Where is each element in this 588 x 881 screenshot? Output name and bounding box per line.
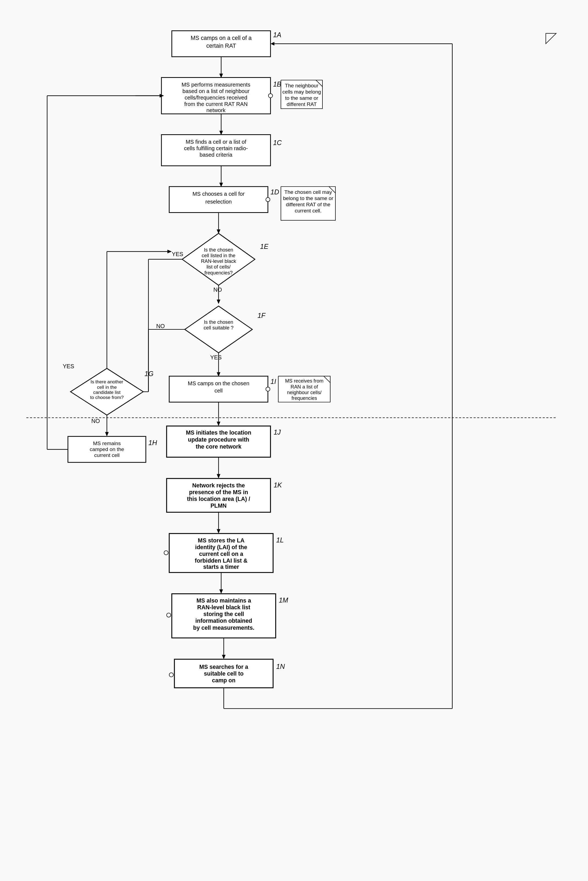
svg-text:MS initiates  the location: MS initiates the location: [186, 430, 251, 436]
svg-text:frequencies: frequencies: [291, 395, 317, 401]
svg-text:different RAT of the: different RAT of the: [286, 202, 330, 207]
svg-text:The chosen cell may: The chosen cell may: [284, 189, 332, 195]
flowchart-container: MS camps on a cell of a certain RAT 1A M…: [11, 11, 577, 874]
svg-text:NO: NO: [92, 418, 100, 424]
svg-text:certain RAT: certain RAT: [206, 43, 236, 49]
svg-text:the core network: the core network: [196, 443, 242, 449]
svg-text:based on a list of neighbour: based on a list of neighbour: [183, 88, 250, 94]
svg-text:cell listed in the: cell listed in the: [202, 253, 236, 258]
svg-text:1A: 1A: [273, 31, 282, 39]
svg-text:cell suitable ?: cell suitable ?: [204, 325, 234, 331]
svg-text:1D: 1D: [270, 188, 279, 196]
svg-text:MS receives from: MS receives from: [285, 378, 323, 384]
svg-text:this location area (LA) /: this location area (LA) /: [187, 496, 250, 502]
svg-text:camped on the: camped on the: [90, 446, 124, 452]
svg-text:starts a timer: starts a timer: [203, 564, 239, 570]
svg-text:current cell.: current cell.: [295, 208, 322, 214]
svg-text:Network rejects the: Network rejects the: [192, 482, 245, 489]
svg-text:cell in the: cell in the: [97, 384, 117, 390]
svg-text:network: network: [207, 107, 226, 113]
svg-text:Is there another: Is there another: [91, 379, 123, 384]
svg-text:1H: 1H: [148, 439, 158, 446]
svg-text:information obtained: information obtained: [195, 617, 252, 624]
svg-text:1E: 1E: [260, 243, 268, 250]
svg-text:current cell: current cell: [94, 452, 119, 458]
svg-point-33: [266, 198, 270, 202]
svg-text:YES: YES: [63, 363, 74, 369]
svg-text:MS also maintains a: MS also maintains a: [196, 598, 251, 604]
svg-text:different RAT: different RAT: [286, 101, 317, 107]
svg-text:YES: YES: [210, 354, 222, 360]
svg-point-109: [164, 551, 168, 555]
svg-text:RAN-level black: RAN-level black: [201, 258, 237, 264]
svg-text:1C: 1C: [273, 139, 282, 146]
svg-text:to choose from?: to choose from?: [90, 395, 123, 400]
svg-text:NO: NO: [213, 286, 222, 293]
svg-text:MS finds a cell or a list of: MS finds a cell or a list of: [186, 139, 246, 145]
svg-text:by cell measurements.: by cell measurements.: [193, 625, 254, 631]
svg-text:Is the chosen: Is the chosen: [204, 319, 233, 325]
svg-text:MS remains: MS remains: [93, 440, 121, 446]
svg-text:MS stores the LA: MS stores the LA: [198, 537, 244, 544]
svg-text:1N: 1N: [276, 663, 285, 670]
svg-point-19: [268, 94, 273, 97]
svg-text:MS chooses a cell for: MS chooses a cell for: [192, 191, 245, 197]
svg-text:MS camps on a cell of a: MS camps on a cell of a: [190, 35, 252, 41]
svg-text:suitable cell to: suitable cell to: [204, 670, 243, 677]
svg-text:1K: 1K: [274, 481, 282, 489]
svg-text:MS searches for a: MS searches for a: [199, 664, 248, 670]
svg-text:cell: cell: [214, 388, 222, 394]
svg-text:cells may belong: cells may belong: [282, 89, 321, 94]
svg-text:reselection: reselection: [206, 199, 232, 205]
page: MS camps on a cell of a certain RAT 1A M…: [0, 0, 588, 881]
svg-text:1B: 1B: [273, 80, 282, 88]
svg-text:MS performs measurements: MS performs measurements: [182, 82, 250, 88]
svg-text:NO: NO: [156, 323, 165, 329]
svg-text:cells/frequencies received: cells/frequencies received: [184, 94, 248, 100]
svg-text:candidate list: candidate list: [93, 390, 120, 395]
svg-point-85: [266, 387, 270, 391]
svg-text:1G: 1G: [144, 370, 153, 378]
svg-text:forbidden LAI list &: forbidden LAI list &: [195, 557, 248, 564]
svg-text:list of cells/: list of cells/: [207, 264, 231, 270]
svg-text:PLMN: PLMN: [210, 502, 227, 509]
svg-text:Is the chosen: Is the chosen: [204, 247, 233, 253]
svg-text:current cell on a: current cell on a: [199, 551, 243, 557]
svg-text:The neighbour: The neighbour: [285, 83, 319, 88]
svg-text:update procedure with: update procedure with: [188, 436, 249, 443]
svg-text:storing the cell: storing the cell: [204, 611, 244, 617]
svg-text:YES: YES: [172, 251, 183, 257]
svg-text:1J: 1J: [274, 429, 281, 436]
svg-text:frequencies?: frequencies?: [204, 270, 232, 276]
svg-text:1F: 1F: [258, 312, 266, 319]
svg-text:from the current RAT RAN: from the current RAT RAN: [184, 101, 248, 107]
svg-text:1I: 1I: [270, 378, 276, 385]
svg-text:identity (LAI) of the: identity (LAI) of the: [195, 544, 247, 550]
svg-text:neighbour cells/: neighbour cells/: [287, 390, 322, 395]
svg-text:camp on: camp on: [212, 677, 236, 684]
svg-text:based criteria: based criteria: [200, 152, 232, 158]
svg-point-119: [166, 613, 171, 617]
svg-text:presence of the MS in: presence of the MS in: [189, 489, 248, 496]
svg-text:1M: 1M: [279, 596, 288, 604]
svg-text:belong to the same or: belong to the same or: [283, 195, 333, 201]
svg-text:to the same or: to the same or: [285, 95, 318, 101]
svg-text:RAN a list of: RAN a list of: [291, 384, 318, 390]
svg-text:MS camps on the chosen: MS camps on the chosen: [188, 381, 249, 386]
svg-point-129: [169, 673, 173, 677]
svg-text:RAN-level black list: RAN-level black list: [197, 604, 250, 610]
svg-text:1L: 1L: [276, 536, 284, 544]
svg-text:cells fulfilling certain radio: cells fulfilling certain radio-: [184, 145, 248, 151]
